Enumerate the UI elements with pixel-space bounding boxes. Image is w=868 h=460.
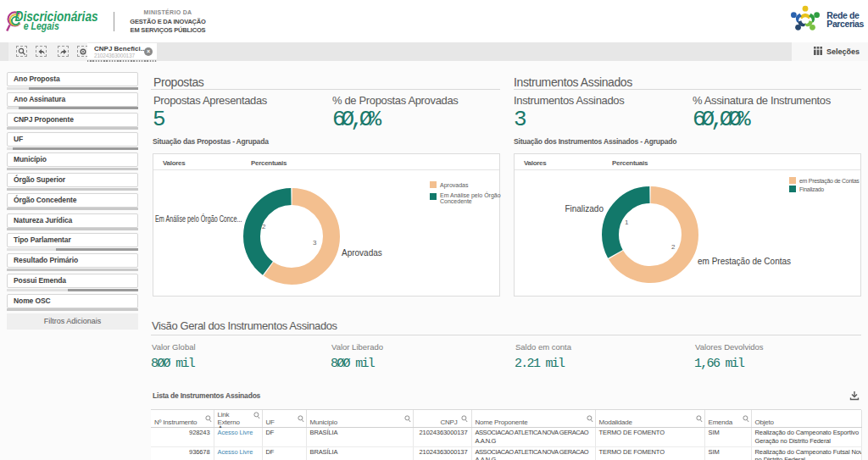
- svg-text:e Legais: e Legais: [24, 20, 59, 32]
